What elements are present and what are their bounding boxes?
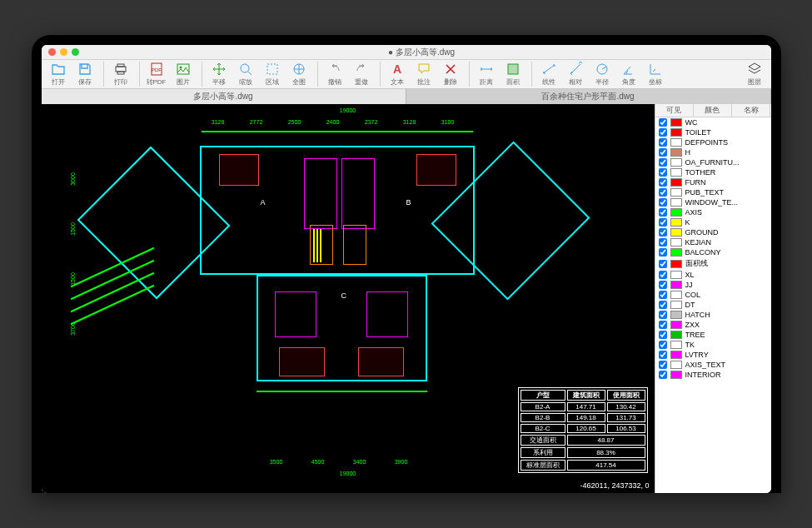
layer-visibility-checkbox[interactable] — [659, 321, 667, 329]
layer-row[interactable]: AXIS — [655, 207, 771, 217]
layer-name: ZXX — [685, 321, 768, 329]
layer-row[interactable]: PUB_TEXT — [655, 187, 771, 197]
delete-icon — [443, 62, 458, 77]
layer-color-swatch — [670, 351, 682, 359]
layer-row[interactable]: BALCONY — [655, 247, 771, 257]
layer-row[interactable]: KEJIAN — [655, 237, 771, 247]
layer-row[interactable]: TK — [655, 340, 771, 350]
layer-visibility-checkbox[interactable] — [659, 361, 667, 369]
layer-visibility-checkbox[interactable] — [659, 118, 667, 127]
tool-label: 批注 — [417, 77, 431, 87]
layer-row[interactable]: TREE — [655, 330, 771, 340]
layer-visibility-checkbox[interactable] — [659, 311, 667, 319]
layer-row[interactable]: OA_FURNITU... — [655, 157, 771, 167]
unit-label-a: A — [261, 198, 266, 207]
pdf-icon: PDF — [149, 62, 164, 77]
layer-row[interactable]: JJ — [655, 280, 771, 290]
layer-row[interactable]: WINDOW_TE... — [655, 197, 771, 207]
layer-visibility-checkbox[interactable] — [659, 128, 667, 137]
tool-radius[interactable]: 半径 — [589, 62, 615, 87]
layer-visibility-checkbox[interactable] — [659, 301, 667, 309]
layer-color-swatch — [670, 281, 682, 289]
tool-area[interactable]: 面积 — [500, 62, 526, 87]
tool-layers[interactable]: 图层 — [741, 62, 768, 87]
layer-color-swatch — [670, 341, 682, 349]
layer-row[interactable]: DT — [655, 300, 771, 310]
layer-row[interactable]: LVTRY — [655, 350, 771, 360]
tool-angle[interactable]: 角度 — [615, 62, 642, 87]
layer-color-swatch — [670, 321, 682, 329]
tool-image[interactable]: 图片 — [170, 62, 197, 87]
layer-visibility-checkbox[interactable] — [659, 138, 667, 147]
layer-visibility-checkbox[interactable] — [659, 178, 667, 187]
layer-row[interactable]: WC — [655, 117, 771, 127]
layer-visibility-checkbox[interactable] — [659, 271, 667, 279]
layer-visibility-checkbox[interactable] — [659, 158, 667, 167]
layer-visibility-checkbox[interactable] — [659, 351, 667, 359]
layer-visibility-checkbox[interactable] — [659, 248, 667, 257]
layer-row[interactable]: XL — [655, 270, 771, 280]
tool-ordinate[interactable]: 坐标 — [642, 62, 669, 87]
dim-bottom: 3900 — [395, 459, 408, 465]
tool-annotate[interactable]: 批注 — [411, 62, 437, 87]
layer-visibility-checkbox[interactable] — [659, 260, 667, 268]
tool-redo[interactable]: 重做 — [348, 62, 375, 87]
tool-text[interactable]: A文本 — [384, 62, 411, 87]
table-row: B2-C120.65106.53 — [521, 424, 645, 433]
layer-visibility-checkbox[interactable] — [659, 341, 667, 349]
layer-visibility-checkbox[interactable] — [659, 198, 667, 207]
layer-row[interactable]: TOILET — [655, 127, 771, 137]
layer-row[interactable]: TOTHER — [655, 167, 771, 177]
tool-open[interactable]: 打开 — [45, 62, 72, 87]
tool-line[interactable]: 线性 — [536, 62, 562, 87]
layer-row[interactable]: FURN — [655, 177, 771, 187]
layer-row[interactable]: HATCH — [655, 310, 771, 320]
layer-visibility-checkbox[interactable] — [659, 238, 667, 247]
layer-visibility-checkbox[interactable] — [659, 331, 667, 339]
layer-name: AXIS_TEXT — [685, 361, 768, 369]
layer-row[interactable]: 面积线 — [655, 257, 771, 270]
cursor-coordinates: -462011, 2437332, 0 — [580, 481, 649, 490]
drawing-canvas[interactable]: 19000 19000 3128277225002400237231283100… — [42, 104, 655, 493]
layer-visibility-checkbox[interactable] — [659, 371, 667, 379]
tool-zoom[interactable]: 缩放 — [232, 62, 259, 87]
layer-row[interactable]: COL — [655, 290, 771, 300]
layers-panel: 可见 颜色 名称 WCTOILETDEFPOINTSHOA_FURNITU...… — [655, 104, 771, 493]
layer-visibility-checkbox[interactable] — [659, 148, 667, 157]
area-data-table: 户型建筑面积使用面积 B2-A147.71130.42B2-B149.18131… — [518, 387, 648, 473]
tab-0[interactable]: 多层小高等.dwg — [42, 89, 406, 104]
tool-label: 重做 — [355, 77, 368, 87]
close-button[interactable] — [48, 48, 56, 56]
tool-print[interactable]: 打印 — [107, 62, 134, 87]
layer-row[interactable]: DEFPOINTS — [655, 137, 771, 147]
maximize-button[interactable] — [72, 48, 79, 56]
layer-visibility-checkbox[interactable] — [659, 208, 667, 217]
tab-1[interactable]: 百余种住宅户形平面.dwg — [406, 89, 771, 104]
tool-label: 删除 — [444, 77, 457, 87]
layer-row[interactable]: AXIS_TEXT — [655, 360, 771, 370]
tool-label: 图片 — [177, 77, 190, 87]
tool-aligned[interactable]: 相对 — [562, 62, 589, 87]
layer-row[interactable]: ZXX — [655, 320, 771, 330]
tool-pan[interactable]: 平移 — [206, 62, 232, 87]
tool-save[interactable]: 保存 — [72, 62, 98, 87]
tool-delete[interactable]: 删除 — [437, 62, 464, 87]
layer-visibility-checkbox[interactable] — [659, 281, 667, 289]
layer-visibility-checkbox[interactable] — [659, 188, 667, 197]
layer-row[interactable]: INTERIOR — [655, 370, 771, 380]
layer-visibility-checkbox[interactable] — [659, 291, 667, 299]
tool-region[interactable]: 区域 — [259, 62, 286, 87]
layer-row[interactable]: K — [655, 217, 771, 227]
layer-row[interactable]: H — [655, 147, 771, 157]
layer-visibility-checkbox[interactable] — [659, 168, 667, 177]
tool-distance[interactable]: 距离 — [473, 62, 500, 87]
layer-visibility-checkbox[interactable] — [659, 218, 667, 227]
angle-icon — [621, 62, 636, 77]
layer-visibility-checkbox[interactable] — [659, 228, 667, 237]
tool-pdf[interactable]: PDF转PDF — [143, 62, 170, 87]
tool-fullview[interactable]: 全图 — [286, 62, 312, 87]
layer-color-swatch — [670, 238, 682, 247]
layer-row[interactable]: GROUND — [655, 227, 771, 237]
minimize-button[interactable] — [60, 48, 67, 56]
tool-undo[interactable]: 撤销 — [321, 62, 348, 87]
